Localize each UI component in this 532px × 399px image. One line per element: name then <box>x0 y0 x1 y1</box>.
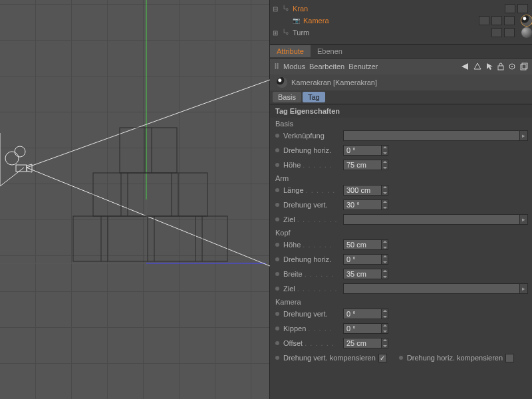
nav-cursor-icon[interactable] <box>485 63 493 70</box>
link-picker-button[interactable]: ▸ <box>520 283 528 294</box>
expand-toggle-icon[interactable]: ⊟ <box>273 5 281 13</box>
prop-label: Länge <box>283 186 304 194</box>
render-flag[interactable] <box>517 4 528 13</box>
material-tag-icon[interactable] <box>521 27 532 38</box>
link-field[interactable] <box>343 214 520 225</box>
nav-back-icon[interactable] <box>460 63 469 70</box>
new-window-icon[interactable] <box>520 63 528 70</box>
anim-dot-icon[interactable] <box>275 217 279 221</box>
group-kamera: Kamera <box>270 296 532 307</box>
object-manager[interactable]: ⊟ └₀ Kran 📷 Kamera ⊞ └₀ Turm <box>270 0 532 44</box>
spinner[interactable] <box>382 254 388 265</box>
anim-dot-icon[interactable] <box>275 134 279 138</box>
spinner[interactable] <box>382 338 388 348</box>
group-kopf: Kopf <box>270 227 532 237</box>
nav-up-icon[interactable] <box>473 63 481 70</box>
value-input[interactable] <box>343 145 382 156</box>
value-input[interactable] <box>343 160 382 170</box>
prop-kopf-breite: Breite . . . . . . <box>270 267 532 281</box>
svg-rect-7 <box>93 173 207 216</box>
prop-arm-ziel: Ziel . . . . . . . . ▸ <box>270 212 532 227</box>
value-input[interactable] <box>343 269 382 279</box>
prop-label: Drehung vert. kompensieren <box>283 354 376 362</box>
prop-label: Ziel <box>283 285 295 293</box>
link-picker-button[interactable]: ▸ <box>520 130 528 141</box>
anim-dot-icon[interactable] <box>275 312 279 316</box>
subtab-tag[interactable]: Tag <box>303 92 325 102</box>
null-icon: └₀ <box>281 28 290 37</box>
anim-dot-icon[interactable] <box>275 356 279 360</box>
link-picker-button[interactable]: ▸ <box>520 214 528 225</box>
spinner[interactable] <box>382 145 388 156</box>
render-flag[interactable] <box>491 16 502 25</box>
spinner[interactable] <box>382 269 388 279</box>
prop-label: Ziel <box>283 215 295 223</box>
tab-attribute[interactable]: Attribute <box>270 45 311 57</box>
prop-kam-offset: Offset . . . . . . <box>270 336 532 350</box>
spinner[interactable] <box>382 323 388 334</box>
anim-dot-icon[interactable] <box>275 287 279 291</box>
value-input[interactable] <box>343 200 382 210</box>
grip-icon[interactable]: ⠿ <box>274 63 279 71</box>
spinner[interactable] <box>382 200 388 210</box>
render-flag[interactable] <box>504 28 515 37</box>
menu-benutzer[interactable]: Benutzer <box>348 63 378 70</box>
layer-flag[interactable] <box>504 16 515 25</box>
camera-crane-tag-icon[interactable] <box>521 15 532 26</box>
anim-dot-icon[interactable] <box>275 188 279 192</box>
viewport[interactable] <box>0 0 270 399</box>
link-field[interactable] <box>343 283 520 294</box>
object-label[interactable]: Turm <box>293 29 491 37</box>
spinner[interactable] <box>382 239 388 250</box>
anim-dot-icon[interactable] <box>399 356 403 360</box>
spinner[interactable] <box>382 309 388 319</box>
spinner[interactable] <box>382 160 388 170</box>
tab-ebenen[interactable]: Ebenen <box>311 45 349 57</box>
subtab-basis[interactable]: Basis <box>273 92 301 102</box>
prop-label: Drehung vert. <box>283 310 328 318</box>
object-label[interactable]: Kran <box>293 5 505 13</box>
value-input[interactable] <box>343 323 382 334</box>
svg-line-4 <box>27 80 270 168</box>
value-input[interactable] <box>343 185 382 196</box>
anim-dot-icon[interactable] <box>275 243 279 247</box>
menu-bearbeiten[interactable]: Bearbeiten <box>309 63 344 70</box>
visibility-flag[interactable] <box>491 28 502 37</box>
menu-modus[interactable]: Modus <box>283 63 305 70</box>
anim-dot-icon[interactable] <box>275 163 279 167</box>
value-input[interactable] <box>343 338 382 348</box>
hierarchy-row-kamera[interactable]: 📷 Kamera <box>270 15 532 27</box>
svg-point-28 <box>511 66 513 67</box>
target-icon[interactable] <box>508 63 516 70</box>
svg-rect-30 <box>522 63 527 68</box>
expand-toggle-icon[interactable]: ⊞ <box>273 29 281 37</box>
prop-verknuepfung: Verknüpfung ▸ <box>270 128 532 143</box>
svg-rect-26 <box>498 66 503 70</box>
hierarchy-row-turm[interactable]: ⊞ └₀ Turm <box>270 27 532 39</box>
group-basis: Basis <box>270 118 532 128</box>
checkbox-vert-komp[interactable]: ✓ <box>378 354 387 362</box>
lock-icon[interactable] <box>497 63 504 70</box>
hierarchy-row-kran[interactable]: ⊟ └₀ Kran <box>270 3 532 15</box>
prop-kopf-hoehe: Höhe . . . . . . <box>270 237 532 252</box>
value-input[interactable] <box>343 239 382 250</box>
visibility-flag[interactable] <box>505 4 515 13</box>
prop-label: Offset <box>283 339 303 347</box>
checkbox-horiz-komp[interactable] <box>505 354 514 362</box>
anim-dot-icon[interactable] <box>275 327 279 331</box>
visibility-flag[interactable] <box>479 16 489 25</box>
anim-dot-icon[interactable] <box>275 341 279 345</box>
prop-basis-drehung-horiz: Drehung horiz. <box>270 143 532 158</box>
link-field[interactable] <box>343 130 520 141</box>
object-label[interactable]: Kamera <box>303 17 479 25</box>
prop-kam-compensate: Drehung vert. kompensieren ✓ Drehung hor… <box>270 350 532 365</box>
svg-line-5 <box>27 168 270 266</box>
anim-dot-icon[interactable] <box>275 272 279 276</box>
camera-icon: 📷 <box>291 16 301 25</box>
value-input[interactable] <box>343 309 382 319</box>
anim-dot-icon[interactable] <box>275 203 279 207</box>
anim-dot-icon[interactable] <box>275 148 279 152</box>
spinner[interactable] <box>382 185 388 196</box>
anim-dot-icon[interactable] <box>275 257 279 261</box>
value-input[interactable] <box>343 254 382 265</box>
